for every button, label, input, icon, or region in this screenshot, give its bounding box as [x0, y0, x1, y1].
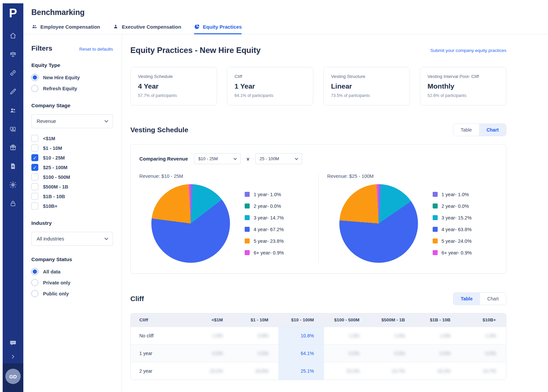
section-page-title: Equity Practices - New Hire Equity	[130, 46, 261, 55]
legend-label: 6+ year- 0.9%	[442, 250, 472, 255]
tab-equity-practices[interactable]: Equity Practices	[194, 24, 242, 34]
cliff-table: Cliff<$1M$1 - 10M$10 - 100M$100 - 500M$5…	[130, 313, 506, 380]
industry-select[interactable]: All industries	[31, 232, 113, 246]
checkbox-row[interactable]: $100 - 500M	[31, 174, 113, 181]
reset-to-defaults-link[interactable]: Reset to defaults	[79, 47, 113, 52]
table-header-cell: Cliff	[131, 313, 187, 327]
table-header-cell: $100 - 500M	[324, 313, 370, 327]
radio-option[interactable]: Refresh Equity	[31, 85, 113, 92]
table-row: No cliff1.0%0.8%10.8%1.0%1.0%1.0%1.0%	[131, 327, 506, 344]
cliff-table-toggle-button[interactable]: Table	[453, 293, 480, 305]
user-avatar[interactable]: GD	[5, 369, 21, 384]
cliff-title: Cliff	[130, 295, 144, 303]
radio-option[interactable]: All data	[31, 268, 113, 275]
checkbox-row[interactable]: $500M - 1B	[31, 183, 113, 190]
checkbox-icon[interactable]: ✓	[31, 164, 38, 171]
legend-swatch	[433, 192, 438, 197]
cash-icon[interactable]	[9, 125, 17, 133]
gear-icon[interactable]	[9, 181, 17, 189]
stat-card-label: Vesting Interval Post- Cliff	[428, 74, 499, 79]
legend-swatch	[433, 227, 438, 232]
comparing-revenue-label: Comparing Revenue	[139, 156, 188, 162]
home-icon[interactable]	[9, 32, 17, 39]
table-value-cell: 15.2%	[187, 362, 233, 380]
legend-item: 3 year- 14.7%	[245, 215, 284, 220]
radio-option[interactable]: Private only	[31, 279, 113, 286]
legend-item: 2 year- 0.0%	[245, 203, 284, 209]
tab-label: Executive Compensation	[122, 24, 181, 30]
checkbox-icon[interactable]	[31, 174, 38, 181]
checkbox-label: <$1M	[43, 136, 55, 141]
chevron-down-icon	[104, 236, 108, 240]
chat-icon[interactable]	[9, 339, 17, 347]
app-root: P GD Benchmarking Emp	[0, 0, 548, 392]
table-value-cell: 1.0%	[460, 327, 506, 344]
checkbox-label: $100 - 500M	[43, 175, 70, 180]
tab-executive-compensation[interactable]: Executive Compensation	[113, 24, 181, 34]
checkbox-icon[interactable]	[31, 135, 38, 142]
lock-icon[interactable]	[9, 200, 17, 207]
cliff-chart-toggle-button[interactable]: Chart	[480, 293, 506, 305]
checkbox-row[interactable]: ✓$25 - 100M	[31, 164, 113, 171]
tab-employee-compensation[interactable]: Employee Compensation	[31, 24, 100, 34]
checkbox-icon[interactable]	[31, 193, 38, 200]
expand-icon[interactable]	[10, 354, 16, 359]
radio-icon[interactable]	[31, 279, 38, 286]
cliff-view-toggle: Table Chart	[453, 292, 506, 305]
stat-card-sub: 73.5% of participants	[331, 93, 402, 98]
people-icon	[31, 24, 37, 30]
revenue-checkbox-list: <$1M$1 - 10M✓$10 - 25M✓$25 - 100M$100 - …	[31, 135, 113, 209]
radio-icon[interactable]	[31, 74, 38, 81]
sidebar-nav	[9, 32, 17, 207]
row-label-cell: 2 year	[131, 362, 187, 380]
stat-card-vesting-interval: Vesting Interval Post- Cliff Monthly 52.…	[420, 67, 507, 106]
document-add-icon[interactable]	[9, 163, 17, 170]
checkbox-row[interactable]: $1B - 10B	[31, 193, 113, 200]
checkbox-row[interactable]: <$1M	[31, 135, 113, 142]
compare-revenue-select-1[interactable]: $10 - 25M	[194, 153, 241, 164]
pie-chart	[339, 184, 418, 263]
checkbox-icon[interactable]	[31, 202, 38, 209]
stat-card-value: 4 Year	[138, 82, 209, 90]
radio-option[interactable]: New Hire Equity	[31, 74, 113, 81]
versus-label: v	[247, 156, 249, 162]
legend-item: 5 year- 24.0%	[433, 238, 472, 244]
submit-equity-practices-link[interactable]: Submit your company equity practices	[430, 48, 506, 53]
table-value-cell: 0.0%	[460, 344, 506, 362]
compare-revenue-select-2[interactable]: 25 - 100M	[255, 153, 302, 164]
checkbox-icon[interactable]	[31, 145, 38, 152]
company-status-label: Company Status	[31, 256, 113, 262]
cliff-table-body: No cliff1.0%0.8%10.8%1.0%1.0%1.0%1.0%1 y…	[131, 327, 506, 380]
scales-icon[interactable]	[9, 51, 17, 58]
radio-icon[interactable]	[31, 290, 38, 297]
pie-chart-block-1: Revenue: $10 - 25M 1 year- 1.0%2 year- 0…	[131, 174, 318, 263]
vesting-table-toggle-button[interactable]: Table	[453, 124, 479, 136]
company-stage-value: Revenue	[37, 119, 56, 124]
stat-cards: Vesting Schedule 4 Year 57.7% of partici…	[130, 67, 506, 106]
checkbox-icon[interactable]	[31, 183, 38, 190]
table-row: 1 year0.0%0.0%64.1%0.0%0.0%0.0%0.0%	[131, 344, 506, 362]
radio-option[interactable]: Public only	[31, 290, 113, 297]
pie-chart-icon	[194, 24, 200, 30]
table-value-cell: 14.7%	[369, 362, 415, 380]
stat-card-label: Vesting Structure	[331, 74, 402, 79]
page-header: Benchmarking Employee Compensation Execu…	[23, 3, 548, 34]
stat-card-sub: 64.1% of participants	[235, 93, 306, 98]
pie-chart-block-2: Revenue: $25 - 100M 1 year- 1.0%2 year- …	[318, 174, 506, 263]
vesting-chart-toggle-button[interactable]: Chart	[479, 124, 506, 136]
company-stage-select[interactable]: Revenue	[31, 114, 113, 128]
checkbox-row[interactable]: $10B+	[31, 202, 113, 209]
radio-icon[interactable]	[31, 85, 38, 92]
app-logo[interactable]: P	[3, 3, 23, 23]
gift-icon[interactable]	[9, 144, 17, 151]
checkbox-icon[interactable]: ✓	[31, 154, 38, 161]
row-label-cell: 1 year	[131, 344, 187, 362]
checkbox-row[interactable]: $1 - 10M	[31, 145, 113, 152]
radio-icon[interactable]	[31, 268, 38, 275]
pencil-icon[interactable]	[9, 88, 17, 95]
link-icon[interactable]	[9, 69, 17, 77]
checkbox-row[interactable]: ✓$10 - 25M	[31, 154, 113, 161]
team-icon[interactable]	[9, 107, 17, 114]
table-value-cell: 0.0%	[233, 344, 279, 362]
industry-value: All industries	[37, 236, 64, 241]
